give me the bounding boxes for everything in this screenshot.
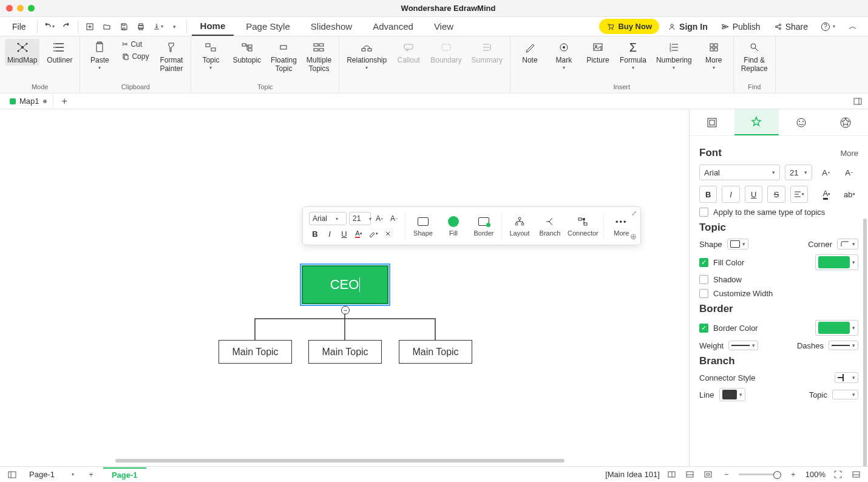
zoom-in-button[interactable]: + xyxy=(787,469,799,481)
new-tab-button[interactable]: + xyxy=(58,96,71,107)
view-grid-button[interactable] xyxy=(666,469,678,481)
summary-button[interactable]: Summary xyxy=(469,39,505,66)
export-button[interactable]: ▾ xyxy=(151,20,164,33)
paste-button[interactable]: Paste ▾ xyxy=(85,39,114,72)
strike-button[interactable]: S xyxy=(767,186,785,203)
font-size-select[interactable]: 21▾ xyxy=(785,165,812,180)
line-color-select[interactable]: ▾ xyxy=(719,388,745,401)
apply-same-type-checkbox[interactable] xyxy=(699,208,708,217)
callout-label: Callout xyxy=(398,56,420,64)
find-replace-button[interactable]: Find & Replace xyxy=(739,39,770,74)
shape-select[interactable]: ▾ xyxy=(727,239,748,249)
align-button[interactable]: ▾ xyxy=(790,186,808,203)
underline-button[interactable]: U xyxy=(745,186,762,203)
open-button[interactable] xyxy=(100,20,114,33)
fullscreen-button[interactable] xyxy=(832,469,844,481)
child-node-3[interactable]: Main Topic xyxy=(399,340,472,364)
panel-tab-outline[interactable] xyxy=(690,109,734,135)
redo-button[interactable] xyxy=(59,20,73,33)
fill-color-select[interactable]: ▾ xyxy=(815,254,858,270)
boundary-button[interactable]: Boundary xyxy=(428,39,464,66)
tab-advanced[interactable]: Advanced xyxy=(364,18,422,35)
add-page-button[interactable]: + xyxy=(85,469,97,481)
tab-slideshow[interactable]: Slideshow xyxy=(302,18,361,35)
fit-page-button[interactable] xyxy=(702,469,714,481)
font-color-button[interactable]: A▾ xyxy=(818,186,835,203)
save-button[interactable] xyxy=(117,20,131,33)
horizontal-scrollbar[interactable] xyxy=(115,459,565,463)
minimize-window-button[interactable] xyxy=(17,5,24,12)
connector-style-select[interactable]: ▾ xyxy=(835,372,858,383)
panel-tab-style[interactable] xyxy=(734,109,779,135)
copy-button[interactable]: Copy xyxy=(119,51,152,62)
new-button[interactable] xyxy=(83,20,97,33)
child-node-1[interactable]: Main Topic xyxy=(219,340,292,364)
page-select[interactable]: Page-1▾ xyxy=(24,469,79,480)
shrink-font-button[interactable]: A− xyxy=(840,164,858,181)
print-button[interactable] xyxy=(134,20,147,33)
mindmap-button[interactable]: MindMap xyxy=(5,39,39,66)
more-qat-button[interactable]: ▾ xyxy=(168,20,181,33)
font-more-button[interactable]: More xyxy=(840,149,858,158)
outliner-button[interactable]: Outliner xyxy=(44,39,75,66)
italic-button[interactable]: I xyxy=(722,186,739,203)
svg-rect-31 xyxy=(319,49,324,51)
mark-button[interactable]: Mark▾ xyxy=(549,39,578,72)
weight-select[interactable]: ▾ xyxy=(728,341,758,350)
panel-tab-clipart[interactable] xyxy=(824,109,869,135)
formula-button[interactable]: ΣFormula▾ xyxy=(617,39,649,72)
buy-now-button[interactable]: Buy Now xyxy=(599,19,659,34)
callout-button[interactable]: Callout xyxy=(394,39,423,66)
tab-home[interactable]: Home xyxy=(192,17,234,36)
note-button[interactable]: Note xyxy=(515,39,544,66)
floating-topic-button[interactable]: Floating Topic xyxy=(268,39,299,74)
close-window-button[interactable] xyxy=(6,5,13,12)
border-color-select[interactable]: ▾ xyxy=(815,320,858,336)
toggle-panel-button[interactable] xyxy=(853,98,862,105)
publish-button[interactable]: Publish xyxy=(716,19,765,34)
shadow-checkbox[interactable] xyxy=(699,275,708,284)
numbering-button[interactable]: 123Numbering▾ xyxy=(654,39,694,72)
grow-font-button[interactable]: A+ xyxy=(817,164,835,181)
insert-more-label: More xyxy=(705,56,722,64)
view-split-button[interactable] xyxy=(684,469,696,481)
case-button[interactable]: ab▾ xyxy=(841,186,858,203)
border-color-checkbox[interactable]: ✓ xyxy=(699,324,708,333)
tab-view[interactable]: View xyxy=(426,18,462,35)
branch-topic-select[interactable]: ▾ xyxy=(832,390,858,399)
zoom-slider[interactable] xyxy=(739,474,781,475)
cut-button[interactable]: ✂Cut xyxy=(119,39,152,50)
dashes-select[interactable]: ▾ xyxy=(829,341,858,350)
help-button[interactable]: ?▾ xyxy=(816,20,840,33)
fill-color-checkbox[interactable]: ✓ xyxy=(699,258,708,267)
share-button[interactable]: Share xyxy=(769,19,813,34)
root-node[interactable]: CEO xyxy=(302,265,388,304)
canvas[interactable]: ⤢ ⊕ Arial▾ 21▾ A+ A− B I U A▾ ▾ xyxy=(0,109,689,466)
font-family-select[interactable]: Arial▾ xyxy=(699,165,780,180)
subtopic-button[interactable]: Subtopic xyxy=(230,39,263,66)
tab-page-style[interactable]: Page Style xyxy=(237,18,299,35)
bold-button[interactable]: B xyxy=(699,186,717,203)
undo-button[interactable]: ▾ xyxy=(42,20,56,33)
file-menu[interactable]: File xyxy=(6,19,32,34)
collapse-button[interactable]: − xyxy=(341,306,350,314)
sign-in-button[interactable]: Sign In xyxy=(663,19,713,34)
page-panel-toggle[interactable] xyxy=(6,469,18,481)
corner-select[interactable]: ▾ xyxy=(837,239,858,249)
panel-tab-icon[interactable] xyxy=(779,109,824,135)
zoom-out-button[interactable]: − xyxy=(721,469,733,481)
document-tab-map1[interactable]: Map1 xyxy=(4,95,53,107)
child-node-2[interactable]: Main Topic xyxy=(308,340,382,364)
topic-button[interactable]: Topic ▾ xyxy=(196,39,225,72)
collapse-ribbon-button[interactable]: ︿ xyxy=(844,19,862,35)
picture-button[interactable]: Picture xyxy=(583,39,612,66)
multiple-topics-button[interactable]: Multiple Topics xyxy=(304,39,334,74)
focus-button[interactable] xyxy=(850,469,862,481)
format-painter-button[interactable]: Format Painter xyxy=(157,39,186,74)
customize-width-checkbox[interactable] xyxy=(699,289,708,298)
maximize-window-button[interactable] xyxy=(28,5,35,12)
panel-scrollbar[interactable] xyxy=(863,219,867,466)
insert-more-button[interactable]: More▾ xyxy=(699,39,728,72)
relationship-button[interactable]: Relationship ▾ xyxy=(344,39,389,72)
page-tab[interactable]: Page-1 xyxy=(103,467,146,481)
